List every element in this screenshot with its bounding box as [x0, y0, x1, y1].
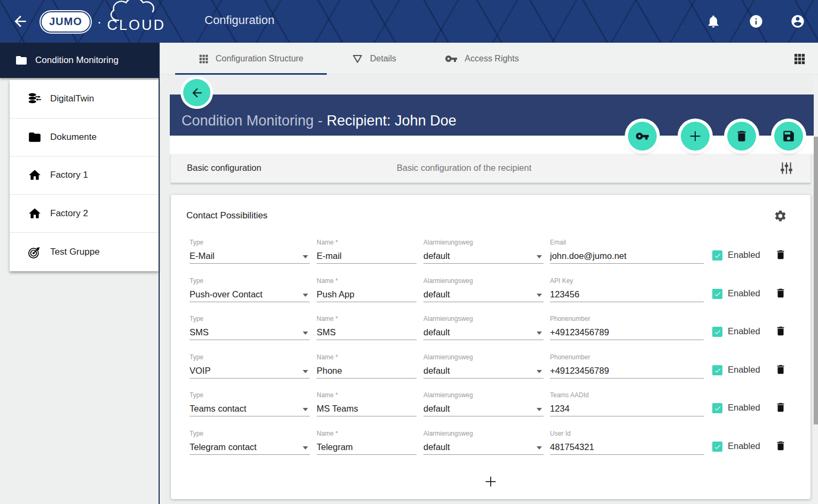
type-select[interactable]: Type Telegram contact	[190, 430, 310, 455]
enabled-label: Enabled	[728, 288, 760, 298]
sidebar-item-dokumente[interactable]: Dokumente	[10, 119, 159, 157]
enabled-label: Enabled	[728, 326, 760, 336]
name-input[interactable]: Name * Phone	[317, 353, 416, 379]
row-trash-icon[interactable]	[775, 325, 786, 337]
sidebar-divider	[159, 43, 160, 504]
delete-button[interactable]	[727, 122, 756, 151]
save-button[interactable]	[774, 122, 803, 151]
sidebar-item-label: Factory 2	[50, 208, 88, 219]
alarmierungsweg-select[interactable]: Alarmierungsweg default	[423, 239, 544, 264]
type-label: Type	[190, 239, 310, 247]
enabled-checkbox[interactable]	[712, 289, 722, 299]
type-select[interactable]: Type SMS	[190, 315, 310, 340]
chevron-down-icon[interactable]	[537, 294, 542, 297]
back-arrow-icon[interactable]	[12, 13, 29, 30]
phonenumber-input[interactable]: Phonenumber +49123456789	[550, 315, 704, 340]
type-select[interactable]: Type VOIP	[190, 353, 310, 379]
row-trash-icon[interactable]	[775, 363, 786, 376]
row-trash-icon[interactable]	[775, 248, 786, 261]
type-select[interactable]: Type Teams contact	[190, 391, 310, 416]
alarmierungsweg-select[interactable]: Alarmierungsweg default	[423, 391, 544, 416]
banner-title: Condition Monitoring - Recipient: John D…	[182, 113, 457, 129]
teams-aadid-input[interactable]: Teams AADId 1234	[550, 391, 704, 416]
enabled-checkbox[interactable]	[712, 365, 722, 375]
sidebar-item-digitaltwin[interactable]: DigitalTwin	[10, 80, 159, 119]
banner-back-button[interactable]	[183, 79, 210, 106]
info-icon[interactable]	[749, 14, 764, 29]
email-input[interactable]: Email john.doe@jumo.net	[550, 239, 704, 264]
name-input[interactable]: Name * SMS	[317, 315, 416, 340]
logo-separator: ·	[97, 14, 102, 30]
contact-row-sms: Type SMS Name * SMS Alarmierungsweg defa…	[171, 315, 811, 349]
sidebar-item-factory-1[interactable]: Factory 1	[10, 156, 159, 195]
tab-details[interactable]: Details	[335, 43, 413, 75]
phonenumber-input[interactable]: Phonenumber +49123456789	[550, 353, 704, 379]
type-select[interactable]: Type E-Mail	[190, 239, 310, 264]
basic-configuration-subtitle: Basic configuration of the recipient	[397, 163, 531, 173]
chevron-down-icon[interactable]	[303, 332, 308, 335]
alarmierungsweg-select[interactable]: Alarmierungsweg default	[423, 315, 544, 340]
row-trash-icon[interactable]	[775, 439, 786, 452]
name-value: Telegram	[317, 440, 416, 455]
sidebar-header-condition-monitoring[interactable]: Condition Monitoring	[0, 43, 159, 78]
scrollbar-thumb[interactable]	[814, 137, 818, 424]
chevron-down-icon[interactable]	[303, 408, 308, 411]
user-id-input[interactable]: User Id 481754321	[550, 430, 704, 455]
chevron-down-icon[interactable]	[537, 446, 542, 450]
name-input[interactable]: Name * MS Teams	[317, 391, 416, 416]
tab-label: Configuration Structure	[216, 54, 304, 64]
basic-configuration-row[interactable]: Basic configuration Basic configuration …	[171, 154, 811, 183]
row-trash-icon[interactable]	[775, 287, 786, 300]
sidebar-item-factory-2[interactable]: Factory 2	[10, 195, 159, 233]
alarmierungsweg-select[interactable]: Alarmierungsweg default	[423, 353, 544, 379]
account-icon[interactable]	[790, 14, 805, 29]
save-icon	[782, 129, 796, 143]
chevron-down-icon[interactable]	[303, 294, 308, 297]
home-icon	[28, 207, 42, 220]
access-rights-button[interactable]	[628, 122, 657, 151]
name-label: Name *	[317, 391, 416, 400]
gear-icon[interactable]	[774, 209, 787, 223]
value-label: Phonenumber	[550, 353, 704, 362]
name-input[interactable]: Name * E-mail	[317, 239, 416, 264]
add-contact-row-button[interactable]	[479, 470, 502, 493]
name-input[interactable]: Name * Push App	[317, 277, 416, 302]
api-key-input[interactable]: API Key 123456	[550, 277, 704, 302]
enabled-label: Enabled	[728, 441, 760, 451]
enabled-checkbox[interactable]	[712, 250, 722, 261]
alarmierungsweg-label: Alarmierungsweg	[423, 430, 544, 438]
trash-icon	[735, 129, 749, 143]
tab-access-rights[interactable]: Access Rights	[430, 43, 534, 75]
contact-row-pushover: Type Push-over Contact Name * Push App A…	[171, 277, 811, 311]
alarmierungsweg-value: default	[423, 249, 544, 264]
chevron-down-icon[interactable]	[303, 370, 308, 373]
enabled-label: Enabled	[728, 365, 760, 375]
chevron-down-icon[interactable]	[537, 408, 542, 411]
sidebar-item-label: Dokumente	[50, 132, 97, 143]
chevron-down-icon[interactable]	[303, 255, 308, 258]
enabled-checkbox[interactable]	[712, 403, 722, 413]
app-top-bar: JUMO · CLOUD Configuration	[0, 0, 818, 43]
folder-icon	[28, 130, 42, 144]
chevron-down-icon[interactable]	[303, 446, 308, 450]
enabled-checkbox[interactable]	[712, 327, 722, 337]
name-input[interactable]: Name * Telegram	[317, 430, 416, 455]
type-select[interactable]: Type Push-over Contact	[190, 277, 310, 302]
chevron-down-icon[interactable]	[537, 370, 542, 373]
chevron-down-icon[interactable]	[537, 255, 542, 258]
alarmierungsweg-select[interactable]: Alarmierungsweg default	[423, 277, 544, 302]
contact-possibilities-card: Contact Possibilities Type E-Mail Name *…	[171, 195, 811, 499]
alarmierungsweg-select[interactable]: Alarmierungsweg default	[423, 430, 544, 455]
notifications-bell-icon[interactable]	[706, 14, 721, 29]
row-trash-icon[interactable]	[775, 401, 786, 414]
enabled-checkbox[interactable]	[712, 442, 722, 452]
add-button[interactable]	[681, 122, 710, 151]
chevron-down-icon[interactable]	[537, 332, 542, 335]
tab-configuration-structure[interactable]: Configuration Structure	[175, 43, 327, 75]
tune-sliders-icon[interactable]	[780, 161, 793, 175]
sidebar-item-test-gruppe[interactable]: Test Gruppe	[10, 233, 159, 271]
alarmierungsweg-label: Alarmierungsweg	[423, 239, 544, 247]
contact-row-email: Type E-Mail Name * E-mail Alarmierungswe…	[171, 239, 811, 273]
banner-recipient: Recipient: John Doe	[327, 113, 457, 129]
apps-grid-icon[interactable]	[793, 53, 806, 65]
